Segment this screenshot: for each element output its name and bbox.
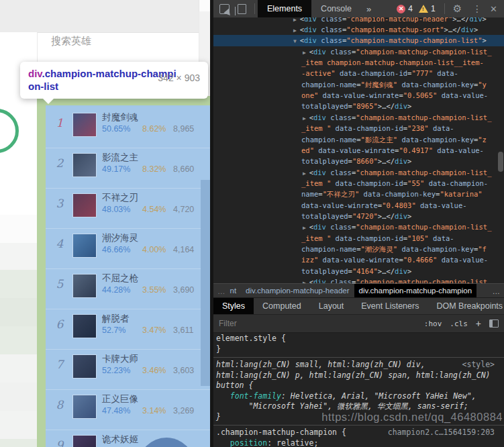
expand-arrow-icon[interactable]: ▶ [293, 17, 300, 23]
code-token: _item champion-matchup-champion-list__it… [301, 58, 484, 66]
champion-name: 诡术妖姬 [102, 434, 138, 446]
expand-arrow-icon[interactable]: ▶ [303, 225, 309, 231]
sidebar-tab-dom-breakpoints[interactable]: DOM Breakpoints [427, 298, 504, 315]
code-token: "4164" [352, 267, 378, 275]
tree-node[interactable]: name="不祥之刃" data-champion-key="katarina" [213, 189, 504, 200]
champion-row[interactable]: 8正义巨像47.48%3.14%3,269 [46, 389, 210, 430]
champion-row[interactable]: 2影流之主49.17%8.32%8,660 [46, 148, 210, 189]
error-icon[interactable]: ✕ [397, 5, 405, 13]
sidebar-layout-toggle-icon[interactable] [489, 319, 499, 328]
expand-arrow-icon[interactable]: ▶ [303, 50, 309, 56]
breadcrumb-item[interactable]: div.champion-matchup-header [241, 284, 354, 298]
breadcrumb-more[interactable]: … [489, 287, 504, 295]
win-rate: 47.48% [102, 406, 130, 415]
tree-node[interactable]: ed" data-value-winrate="0.4917" data-val… [213, 145, 504, 156]
champion-row[interactable]: 6解脱者52.7%3.47%3,611 [46, 309, 210, 350]
tree-node[interactable]: totalplayed="4164">…</div> [213, 266, 504, 277]
code-token: champion-name [301, 81, 356, 89]
tree-node[interactable]: one" data-value-winrate="0.5065" data-va… [213, 90, 504, 101]
code-token: "不祥之刃" [323, 190, 360, 198]
tree-node[interactable]: _item champion-matchup-champion-list__it… [213, 57, 504, 68]
tree-node[interactable]: ▶ <div class="champion-matchup-champion-… [213, 112, 504, 123]
sidebar-tab-event-listeners[interactable]: Event Listeners [352, 298, 427, 315]
css-source-link[interactable]: champion2.c…1564159:203 [388, 428, 495, 438]
sidebar-tab-styles[interactable]: Styles [213, 298, 254, 315]
inspect-element-icon[interactable] [219, 4, 230, 14]
tree-node[interactable]: _item " data-champion-id="55" data-champ… [213, 178, 504, 189]
code-token: "0.4666" [403, 256, 438, 264]
tree-node[interactable]: champion-name="影流之主" data-champion-key="… [213, 134, 504, 146]
tree-node[interactable]: _item " data-champion-id="105" data- [213, 233, 504, 244]
tree-node[interactable]: champion-name="封魔剑魂" data-champion-key="… [213, 79, 504, 91]
code-token: "影流之主" [361, 136, 398, 144]
toggle-hover-state-button[interactable]: :hov [424, 319, 442, 328]
css-line: position: relative; [213, 438, 504, 447]
code-token: "champion-matchup-sort" [346, 26, 444, 34]
css-rule[interactable]: element.style {} [213, 332, 504, 358]
css-line: } [213, 344, 504, 355]
page-scrollbar-up-button[interactable] [199, 0, 210, 11]
expand-arrow-icon[interactable]: ▶ [303, 115, 309, 121]
tree-node-selected[interactable]: ▼ <div class="champion-matchup-champion-… [213, 35, 504, 46]
more-tabs-icon[interactable]: » [361, 4, 376, 14]
rank-number: 4 [52, 237, 67, 250]
toggle-class-button[interactable]: .cls [450, 319, 468, 328]
tree-node[interactable]: totalplayed="8660">…</div> [213, 156, 504, 167]
sidebar-tab-layout[interactable]: Layout [310, 298, 353, 315]
champion-row[interactable]: 3不祥之刃48.03%4.54%4,720 [46, 188, 210, 229]
breadcrumb-overflow[interactable]: … [213, 287, 225, 295]
tree-node[interactable]: ▶ <div class="champion-matchup-champion-… [213, 277, 504, 283]
code-token: data-value- [416, 201, 467, 209]
tree-node[interactable]: totalplayed="8965">…</div> [213, 101, 504, 112]
css-text: html:lang(zh_CN) p, html:lang(zh_CN) spa… [216, 370, 491, 380]
breadcrumb-item[interactable]: nt [225, 284, 242, 298]
champion-row[interactable]: 1封魔剑魂50.65%8.62%8,965 [46, 107, 210, 148]
settings-gear-icon[interactable]: ⚙ [453, 3, 462, 15]
expand-arrow-icon[interactable]: ▶ [293, 28, 300, 34]
tree-node[interactable]: -active" data-champion-id="777" data- [213, 68, 504, 79]
page-scrollbar-thumb[interactable] [201, 180, 210, 386]
tree-node[interactable]: data-value-winrate="0.4803" data-value- [213, 200, 504, 211]
close-devtools-icon[interactable]: ✕ [490, 4, 497, 14]
code-token: >…</ [378, 212, 395, 220]
devtools-tab-elements[interactable]: Elements [258, 0, 311, 17]
css-source-link[interactable]: <style> [462, 360, 495, 370]
devtools-tab-console[interactable]: Console [311, 0, 361, 17]
champion-row[interactable]: 4潮汐海灵46.66%4.00%4,164 [46, 228, 210, 269]
code-token: data- [429, 124, 454, 132]
tree-node[interactable]: _item " data-champion-id="238" data- [213, 123, 504, 134]
champion-row[interactable]: 5不屈之枪44.28%3.55%3,690 [46, 268, 210, 309]
code-token: data-champion-id [336, 69, 407, 77]
tree-node[interactable]: ▶ <div class="champion-matchup-champion-… [213, 46, 504, 58]
tree-node[interactable]: totalplayed="4720">…</div> [213, 211, 504, 222]
warning-icon[interactable]: ! [419, 5, 428, 13]
code-token: data-value-winrate [318, 91, 399, 99]
breadcrumb-item[interactable]: div.champion-matchup-champion [354, 284, 477, 298]
devtools-menu-icon[interactable]: ⋮ [472, 3, 482, 14]
css-text: : Helvetica, Arial, "Microsoft YaHei New… [281, 391, 476, 401]
expand-arrow-icon[interactable]: ▶ [303, 170, 309, 177]
code-token: div [313, 278, 326, 283]
page-left-row [0, 215, 37, 243]
tree-node[interactable]: ▶ <div class="champion-matchup-sort">…</… [213, 24, 504, 36]
new-style-rule-button[interactable]: + [476, 318, 481, 329]
error-count[interactable]: 4 [408, 4, 413, 13]
warning-count[interactable]: 1 [431, 4, 436, 13]
games-played: 3,611 [173, 326, 193, 335]
tree-node[interactable]: ▶ <div class="champion-matchup-champion-… [213, 167, 504, 179]
search-input[interactable]: 搜索英雄 [51, 35, 91, 48]
css-rule[interactable]: champion2.c…1564159:203.champion-matchup… [213, 426, 504, 447]
champion-row[interactable]: 7卡牌大师52.23%3.46%3,603 [46, 349, 210, 390]
device-toolbar-icon[interactable] [238, 4, 246, 14]
expand-arrow-icon[interactable]: ▼ [293, 38, 300, 44]
code-token: "f [478, 245, 487, 253]
page-left-row [0, 439, 37, 447]
tree-node[interactable]: izz" data-value-winrate="0.4666" data-va… [213, 254, 504, 266]
css-text: { [337, 428, 346, 437]
sidebar-tab-computed[interactable]: Computed [254, 298, 310, 315]
code-token: div [395, 102, 407, 110]
filter-input[interactable]: Filter [213, 319, 237, 328]
tree-node[interactable]: ▶ <div class="champion-matchup-champion-… [213, 221, 504, 233]
code-token: "champion-matchup-champion-list_ [356, 48, 491, 56]
tree-node[interactable]: champion-name="潮汐海灵" data-champion-key="… [213, 244, 504, 255]
